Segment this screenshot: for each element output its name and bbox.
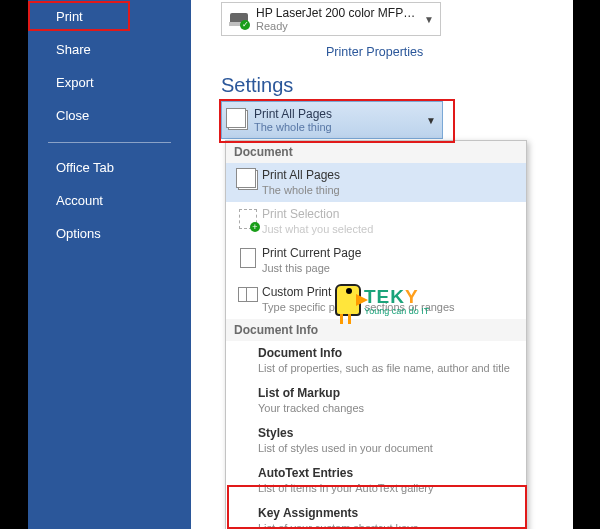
menu-item-subtitle: Just what you selected [262, 222, 520, 236]
sidebar-item-export[interactable]: Export [28, 66, 191, 99]
printer-ready-icon: ✓ [240, 20, 250, 30]
sidebar-item-print[interactable]: Print [28, 0, 191, 33]
combo-subtitle: The whole thing [254, 121, 426, 134]
menu-item-subtitle: List of your custom shortcut keys [258, 521, 520, 529]
menu-item-title: AutoText Entries [258, 465, 520, 481]
printer-name: HP LaserJet 200 color MFP… [256, 7, 424, 20]
what-to-print-combo[interactable]: Print All Pages The whole thing ▼ [221, 101, 443, 139]
menu-section-document: Document [226, 141, 526, 163]
what-to-print-menu: Document Print All Pages The whole thing… [225, 140, 527, 529]
menu-item-autotext[interactable]: AutoText Entries List of items in your A… [226, 461, 526, 501]
menu-section-document-info: Document Info [226, 319, 526, 341]
backstage-sidebar: Print Share Export Close Office Tab Acco… [28, 0, 191, 529]
combo-title: Print All Pages [254, 107, 426, 121]
sidebar-separator [48, 142, 171, 143]
selection-icon [239, 209, 257, 229]
menu-item-title: List of Markup [258, 385, 520, 401]
settings-header: Settings [221, 74, 293, 97]
menu-item-subtitle: Your tracked changes [258, 401, 520, 415]
sidebar-item-share[interactable]: Share [28, 33, 191, 66]
pages-icon [228, 110, 248, 130]
sidebar-item-account[interactable]: Account [28, 184, 191, 217]
menu-item-print-current[interactable]: Print Current Page Just this page [226, 241, 526, 280]
menu-item-subtitle: The whole thing [262, 183, 520, 197]
menu-item-print-selection: Print Selection Just what you selected [226, 202, 526, 241]
menu-item-title: Custom Print [262, 285, 520, 300]
menu-item-title: Key Assignments [258, 505, 520, 521]
chevron-down-icon: ▼ [424, 14, 434, 25]
menu-item-print-all[interactable]: Print All Pages The whole thing [226, 163, 526, 202]
menu-item-subtitle: List of properties, such as file name, a… [258, 361, 520, 375]
sidebar-item-options[interactable]: Options [28, 217, 191, 250]
menu-item-subtitle: Just this page [262, 261, 520, 275]
menu-item-title: Styles [258, 425, 520, 441]
chevron-down-icon: ▼ [426, 115, 442, 126]
printer-icon: ✓ [228, 13, 250, 26]
pages-icon [238, 170, 258, 190]
printer-properties-link[interactable]: Printer Properties [326, 45, 423, 59]
app-window: Print Share Export Close Office Tab Acco… [28, 0, 573, 529]
page-icon [240, 248, 256, 268]
menu-item-custom-print[interactable]: Custom Print Type specific pages, sectio… [226, 280, 526, 319]
menu-item-subtitle: List of styles used in your document [258, 441, 520, 455]
menu-item-list-of-markup[interactable]: List of Markup Your tracked changes [226, 381, 526, 421]
menu-item-subtitle: List of items in your AutoText gallery [258, 481, 520, 495]
custom-print-icon [238, 287, 258, 301]
screenshot-canvas: Print Share Export Close Office Tab Acco… [0, 0, 600, 529]
menu-item-styles[interactable]: Styles List of styles used in your docum… [226, 421, 526, 461]
menu-item-title: Document Info [258, 345, 520, 361]
menu-item-title: Print Selection [262, 207, 520, 222]
menu-item-document-info[interactable]: Document Info List of properties, such a… [226, 341, 526, 381]
printer-selector[interactable]: ✓ HP LaserJet 200 color MFP… Ready ▼ [221, 2, 441, 36]
sidebar-item-office-tab[interactable]: Office Tab [28, 151, 191, 184]
menu-item-title: Print Current Page [262, 246, 520, 261]
sidebar-item-close[interactable]: Close [28, 99, 191, 132]
print-pane: ✓ HP LaserJet 200 color MFP… Ready ▼ Pri… [191, 0, 573, 529]
menu-item-subtitle: Type specific pages, sections or ranges [262, 300, 520, 314]
menu-item-key-assignments[interactable]: Key Assignments List of your custom shor… [226, 501, 526, 529]
menu-item-title: Print All Pages [262, 168, 520, 183]
printer-status: Ready [256, 20, 424, 32]
